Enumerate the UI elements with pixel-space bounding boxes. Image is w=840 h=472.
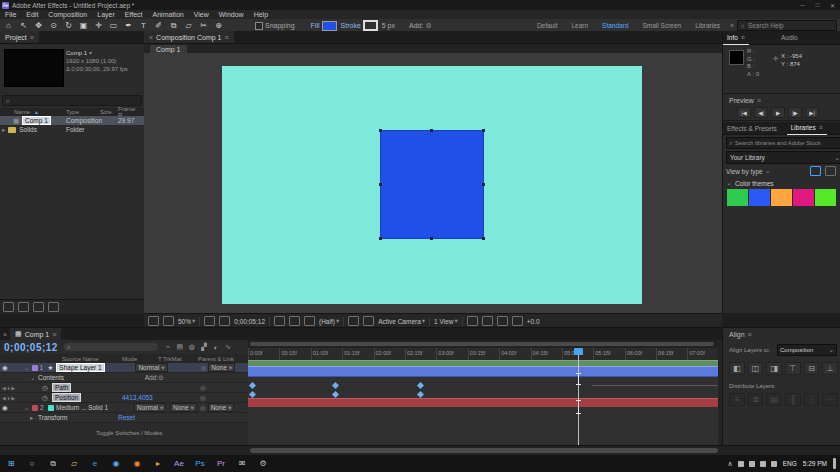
position-property-label[interactable]: Position [52,393,81,402]
panel-menu-icon[interactable]: ≡ [819,124,823,131]
distribute-left-icon[interactable]: ║ [785,393,801,406]
after-effects-icon[interactable]: Ae [169,456,189,471]
shape-layer-duration-bar[interactable] [248,366,718,377]
menu-item[interactable]: File [0,11,21,18]
parent-select[interactable]: None▾ [208,403,235,412]
graph-editor-icon[interactable]: ∿ [222,342,234,352]
column-parent-link[interactable]: Parent & Link [198,356,234,362]
column-name[interactable]: Name [14,109,30,115]
magnification-icon[interactable] [163,316,174,326]
selection-handle[interactable] [430,129,433,132]
action-center-icon[interactable] [833,458,836,469]
workspace-default[interactable]: Default [537,22,558,29]
motion-blur-icon[interactable]: ◐ [210,342,222,352]
grid-guides-icon[interactable] [204,316,215,326]
timeline-track-area[interactable]: 0:00f00:15f01:00f01:15f02:00f02:15f03:00… [248,340,718,446]
transform-label[interactable]: Transform [38,414,118,421]
column-size[interactable]: Size [100,109,112,115]
exposure-value[interactable]: +0.0 [527,318,540,325]
onedrive-icon[interactable] [738,461,744,467]
selection-tool[interactable]: ↖ [17,20,30,31]
zoom-caret-icon[interactable]: ▾ [192,317,195,325]
keyframe-diamond[interactable] [249,382,256,389]
show-snapshot-icon[interactable] [289,316,300,326]
comp-mini-flowchart-icon[interactable]: ⌁ [162,342,174,352]
search-button[interactable]: ○ [22,456,42,471]
grid-view-icon[interactable] [810,166,821,176]
zoom-tool[interactable]: ⊙ [47,20,60,31]
contents-label[interactable]: Contents [38,374,118,381]
blend-mode-select[interactable]: Normal▾ [134,403,166,412]
workspace-learn[interactable]: Learn [571,22,588,29]
tab-libraries[interactable]: Libraries ≡ [787,122,827,135]
align-right-icon[interactable]: ◨ [766,362,782,375]
tab-composition[interactable]: × Composition Comp 1 ≡ [144,31,234,43]
library-select[interactable]: Your Library ⌄ [726,151,840,164]
view-layout-caret-icon[interactable]: ▾ [454,317,457,325]
scrollbar-thumb[interactable] [250,448,718,453]
eye-icon[interactable]: ◉ [0,404,24,412]
premiere-icon[interactable]: Pr [211,456,231,471]
menu-item[interactable]: Effect [120,11,148,18]
camera-tool[interactable]: ▣ [77,20,90,31]
trkmat-select[interactable]: None▾ [170,403,197,412]
tab-effects-presets[interactable]: Effects & Presets [723,122,781,134]
new-folder-icon[interactable] [18,302,29,312]
puppet-pin-tool[interactable]: ⊕ [212,20,225,31]
panel-menu-icon[interactable]: ≡ [757,97,761,104]
stopwatch-icon[interactable]: ◷ [42,394,52,402]
add-gear-icon[interactable]: ⚙ [425,22,431,30]
media-player-icon[interactable]: ▸ [148,456,168,471]
first-frame-button[interactable]: |◀ [737,107,751,118]
solid-layer-duration-bar[interactable] [248,398,718,407]
roto-brush-tool[interactable]: ✂ [197,20,210,31]
time-navigator[interactable] [248,340,718,348]
next-frame-button[interactable]: |▶ [788,107,802,118]
pickwhip-icon[interactable]: ◎ [201,364,207,372]
column-type[interactable]: Type [66,109,79,115]
label-color-chip[interactable] [32,365,38,371]
shape-tool[interactable]: ▭ [107,20,120,31]
region-of-interest-icon[interactable] [348,316,359,326]
type-tool[interactable]: T [137,20,150,31]
selection-handle[interactable] [482,129,485,132]
fast-previews-icon[interactable] [482,316,493,326]
stopwatch-icon[interactable]: ◷ [42,384,52,392]
column-source-name[interactable]: Source Name [62,356,99,362]
time-navigator-thumb[interactable] [250,342,714,346]
tab-audio[interactable]: Audio [777,31,802,44]
shape-layer-square[interactable] [380,130,484,239]
new-composition-icon[interactable] [33,302,44,312]
home-tool[interactable]: ⌂ [2,20,15,31]
contents-group-row[interactable]: ⌄ Contents Add: ⚙ [0,373,248,383]
chrome-icon[interactable]: ◉ [106,456,126,471]
layer-name[interactable]: Medium ... Solid 1 [56,404,134,411]
add-property-gear-icon[interactable]: ⚙ [158,374,170,382]
menu-item[interactable]: Help [249,11,273,18]
position-value[interactable]: 4413,4053 [122,394,200,401]
align-left-icon[interactable]: ◧ [729,362,745,375]
close-button[interactable]: ✕ [825,0,840,10]
panel-menu-icon[interactable]: ≡ [741,34,745,41]
pickwhip-icon[interactable]: ◎ [200,404,206,412]
close-tab-icon[interactable]: × [149,34,153,41]
keyframe-diamond[interactable] [332,382,339,389]
stroke-color-swatch[interactable] [363,20,378,31]
last-frame-button[interactable]: ▶| [805,107,819,118]
play-button[interactable]: ▶ [771,107,785,118]
help-search-field[interactable]: ⌕ Search Help [737,20,837,31]
menu-item[interactable]: Animation [148,11,189,18]
close-tab-icon[interactable]: × [3,331,7,338]
path-property-row[interactable]: ◀ ♦ ▶ ◷ Path ◎ [0,383,248,393]
align-h-center-icon[interactable]: ◫ [748,362,764,375]
stroke-label[interactable]: Stroke [341,22,361,29]
active-camera-value[interactable]: Active Camera [378,318,421,325]
layer-in-point-ibeam[interactable] [578,373,579,385]
selection-handle[interactable] [482,183,485,186]
pickwhip-icon[interactable]: ◎ [200,394,206,402]
minimize-button[interactable]: ─ [795,0,810,10]
blend-mode-select[interactable]: Normal▾ [135,363,167,372]
snapshot-icon[interactable] [274,316,285,326]
workspace-standard[interactable]: Standard [602,22,628,29]
panel-menu-icon[interactable]: ≡ [224,34,228,41]
